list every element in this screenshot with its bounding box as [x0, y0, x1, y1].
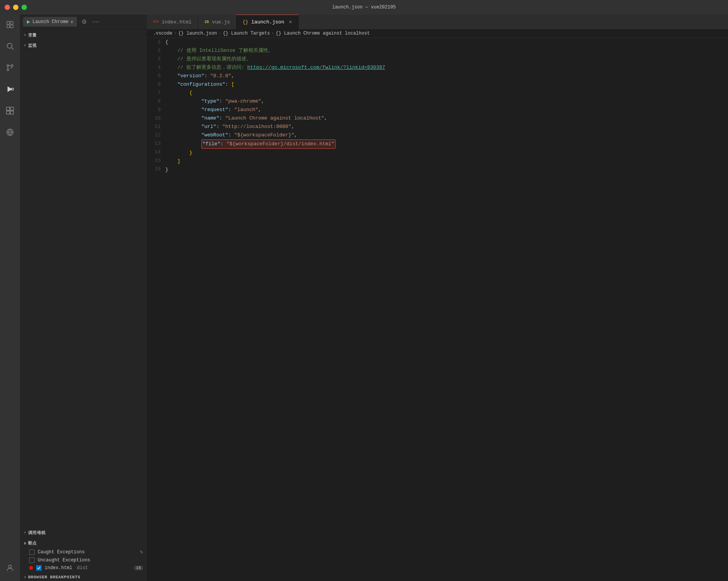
code-line-5: "version": "0.2.0", — [165, 72, 720, 80]
code-line-4: // 欲了解更多信息，请访问: https://go.microsoft.com… — [165, 63, 720, 72]
file-breakpoint-folder: dist — [77, 565, 88, 571]
svg-point-4 — [7, 43, 12, 48]
code-line-11: "url": "http://localhost:8080", — [165, 123, 720, 131]
variables-section: › 变量 — [20, 29, 147, 40]
tab-vue-js[interactable]: JS vue.js — [198, 15, 236, 29]
browser-breakpoints-chevron-icon: › — [24, 575, 27, 579]
svg-point-6 — [7, 65, 9, 66]
breakpoints-section: ∨ 断点 Caught Exceptions ✎ Uncaught Except… — [20, 537, 147, 581]
maximize-button[interactable] — [22, 5, 27, 10]
code-line-2: // 使用 IntelliSense 了解相关属性。 — [165, 46, 720, 55]
breadcrumb-launch-chrome[interactable]: {} Launch Chrome against localhost — [276, 31, 370, 36]
titlebar-title: launch.json — vue202105 — [332, 5, 396, 10]
breadcrumb-vscode[interactable]: .vscode — [153, 31, 172, 36]
breakpoints-label: 断点 — [28, 540, 37, 546]
main-content: <> index.html JS vue.js {} launch.json ×… — [147, 15, 728, 581]
svg-rect-2 — [7, 25, 10, 28]
breadcrumb-sep-1: › — [174, 31, 176, 36]
tab-index-html-label: index.html — [161, 19, 191, 25]
tab-close-button[interactable]: × — [289, 19, 292, 25]
activity-remote[interactable] — [3, 125, 17, 139]
svg-point-7 — [11, 65, 13, 66]
activity-debug[interactable] — [3, 82, 17, 96]
tab-vue-js-label: vue.js — [212, 19, 230, 25]
browser-breakpoints-title[interactable]: › BROWSER BREAKPOINTS — [20, 572, 147, 581]
breakpoint-dot-icon — [29, 566, 33, 570]
code-line-1: { — [165, 38, 720, 46]
html-file-icon: <> — [153, 19, 158, 25]
breadcrumb-launch-json[interactable]: {} launch.json — [178, 31, 217, 36]
caught-exceptions-edit-icon[interactable]: ✎ — [140, 549, 143, 555]
activity-search[interactable] — [3, 39, 17, 53]
activity-source-control[interactable] — [3, 61, 17, 75]
callstack-section: › 调用堆栈 — [20, 527, 147, 537]
callstack-chevron-icon: › — [24, 531, 27, 535]
caught-exceptions-item[interactable]: Caught Exceptions ✎ — [20, 548, 147, 556]
activity-explorer[interactable] — [3, 18, 17, 32]
titlebar: launch.json — vue202105 — [0, 0, 728, 15]
editor-area[interactable]: 1234 5678 9101112 13141516 { // 使用 Intel… — [147, 38, 728, 581]
code-line-9: "request": "launch", — [165, 106, 720, 114]
code-line-15: ] — [165, 157, 720, 166]
svg-rect-11 — [7, 107, 10, 110]
watch-chevron-icon: › — [24, 43, 27, 48]
breakpoints-chevron-icon: ∨ — [24, 541, 27, 546]
code-line-14: } — [165, 149, 720, 157]
breakpoints-section-title[interactable]: ∨ 断点 — [20, 537, 147, 548]
activity-account[interactable] — [3, 561, 17, 575]
breadcrumb: .vscode › {} launch.json › {} Launch Tar… — [147, 29, 728, 38]
svg-rect-0 — [7, 22, 10, 24]
debug-more-button[interactable]: ··· — [91, 18, 101, 26]
chevron-down-icon: ∨ — [71, 20, 73, 24]
json-file-icon: {} — [243, 20, 248, 25]
activity-bar — [0, 15, 20, 581]
tab-index-html[interactable]: <> index.html — [147, 15, 198, 29]
line-numbers: 1234 5678 9101112 13141516 — [147, 38, 165, 581]
watch-section-title[interactable]: › 监视 — [20, 40, 147, 50]
uncaught-exceptions-checkbox[interactable] — [29, 558, 35, 563]
activity-bar-bottom — [3, 561, 17, 581]
file-breakpoint-filename: index.html — [45, 565, 72, 571]
tab-launch-json[interactable]: {} launch.json × — [236, 15, 299, 29]
launch-chrome-button[interactable]: ▶ Launch Chrome ∨ — [23, 17, 77, 27]
file-breakpoint-checkbox[interactable] — [36, 565, 42, 571]
file-breakpoint-item[interactable]: index.html dist 15 — [20, 564, 147, 572]
caught-exceptions-label: Caught Exceptions — [38, 549, 85, 555]
variables-chevron-icon: › — [24, 33, 27, 37]
js-file-icon: JS — [204, 20, 209, 24]
svg-point-16 — [8, 565, 11, 568]
code-line-8: "type": "pwa-chrome", — [165, 97, 720, 106]
watch-section: › 监视 — [20, 40, 147, 50]
code-line-3: // 悬停以查看现有属性的描述。 — [165, 55, 720, 63]
code-line-6: "configurations": [ — [165, 80, 720, 89]
code-content: { // 使用 IntelliSense 了解相关属性。 // 悬停以查看现有属… — [165, 38, 728, 581]
svg-rect-13 — [7, 111, 10, 114]
intellisense-link[interactable]: https://go.microsoft.com/fwlink/?linkid=… — [247, 65, 385, 70]
uncaught-exceptions-item[interactable]: Uncaught Exceptions — [20, 556, 147, 564]
tab-launch-json-label: launch.json — [251, 19, 284, 25]
minimize-button[interactable] — [13, 5, 18, 10]
launch-chrome-label: Launch Chrome — [32, 19, 68, 25]
window-controls — [5, 5, 27, 10]
callstack-section-title[interactable]: › 调用堆栈 — [20, 527, 147, 537]
close-button[interactable] — [5, 5, 10, 10]
breadcrumb-sep-3: › — [271, 31, 274, 36]
svg-rect-14 — [10, 111, 13, 114]
sidebar: ▶ Launch Chrome ∨ ⚙ ··· › 变量 › 监视 › — [20, 15, 147, 581]
sidebar-expand — [20, 50, 147, 527]
callstack-label: 调用堆栈 — [28, 530, 46, 536]
activity-extensions[interactable] — [3, 104, 17, 118]
file-breakpoint-count: 15 — [134, 566, 143, 570]
breadcrumb-launch-targets[interactable]: {} Launch Targets — [223, 31, 270, 36]
app-body: ▶ Launch Chrome ∨ ⚙ ··· › 变量 › 监视 › — [0, 15, 728, 581]
svg-rect-3 — [10, 25, 13, 28]
caught-exceptions-checkbox[interactable] — [29, 549, 35, 555]
code-line-10: "name": "Launch Chrome against localhost… — [165, 114, 720, 123]
svg-rect-1 — [10, 22, 13, 24]
debug-settings-button[interactable]: ⚙ — [80, 17, 88, 26]
debug-toolbar: ▶ Launch Chrome ∨ ⚙ ··· — [20, 15, 147, 29]
code-line-7: { — [165, 89, 720, 97]
play-icon: ▶ — [27, 18, 30, 25]
code-line-12: "webRoot": "${workspaceFolder}", — [165, 131, 720, 139]
variables-section-title[interactable]: › 变量 — [20, 29, 147, 40]
